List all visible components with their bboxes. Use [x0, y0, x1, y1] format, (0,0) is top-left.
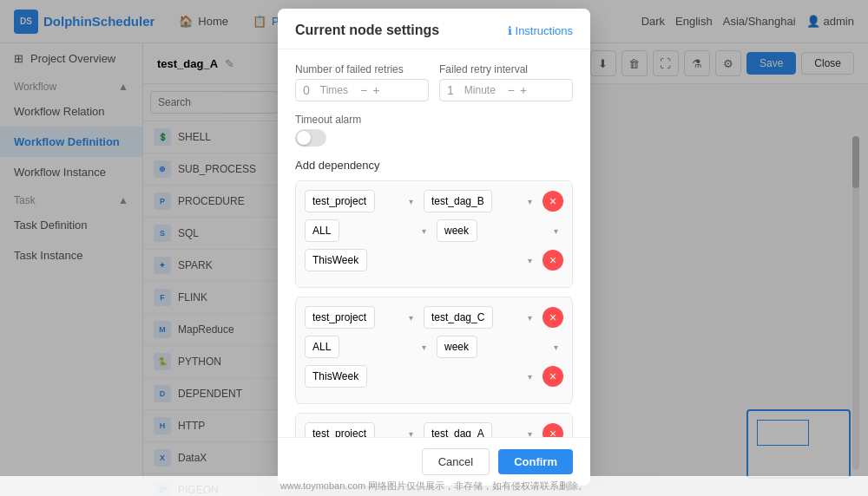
dep-date-select-input-2[interactable]: ThisWeek	[305, 365, 367, 388]
info-icon: ℹ	[508, 24, 512, 37]
failed-retries-label: Number of failed retries	[295, 63, 429, 75]
dep-date-select-2[interactable]: ThisWeek	[305, 365, 537, 388]
dep-row-2-3: ThisWeek ×	[305, 365, 563, 388]
dep-date-select-input-1[interactable]: ThisWeek	[305, 249, 367, 271]
dep-cycle-select-input-1[interactable]: ALL	[305, 219, 339, 242]
dep-date-select-1[interactable]: ThisWeek	[305, 249, 537, 271]
retry-interval-group: Failed retry interval 1 Minute − +	[439, 63, 573, 101]
interval-unit: Minute	[464, 84, 496, 96]
failed-retries-stepper[interactable]: 0 Times − +	[295, 79, 429, 101]
increment-interval-icon[interactable]: +	[520, 83, 527, 97]
dep-delete-date-btn-1[interactable]: ×	[542, 250, 563, 271]
dep-period-select-2[interactable]: week	[437, 336, 563, 358]
retry-interval-stepper[interactable]: 1 Minute − +	[439, 79, 573, 101]
decrement-interval-icon[interactable]: −	[508, 83, 515, 97]
retry-interval-label: Failed retry interval	[439, 63, 573, 75]
retries-value: 0	[303, 83, 310, 97]
timeout-alarm-toggle[interactable]	[295, 129, 326, 147]
timeout-alarm-label: Timeout alarm	[295, 114, 573, 126]
dialog-header: Current node settings ℹ Instructions	[278, 9, 590, 49]
dep-project-select-1[interactable]: test_project	[305, 190, 418, 212]
retries-row: Number of failed retries 0 Times − + Fai…	[295, 63, 573, 101]
dep-project-select-input-2[interactable]: test_project	[305, 306, 375, 329]
cancel-button[interactable]: Cancel	[422, 448, 490, 475]
dep-row-1-2: ALL week	[305, 219, 563, 242]
main-layout: ⊞ Project Overview Workflow ▲ Workflow R…	[0, 43, 868, 496]
dep-row-1-1: test_project test_dag_B ×	[305, 190, 563, 212]
add-dependency-label: Add dependency	[295, 159, 573, 172]
dep-row-2-1: test_project test_dag_C ×	[305, 306, 563, 329]
dep-dag-select-input-2[interactable]: test_dag_C	[424, 306, 493, 329]
watermark: www.toymoban.com 网络图片仅供展示，非存储，如有侵权请联系删除。	[0, 476, 868, 496]
retries-unit: Times	[320, 84, 348, 96]
dep-dag-select-input-1[interactable]: test_dag_B	[424, 190, 492, 212]
dep-delete-btn-2[interactable]: ×	[542, 307, 563, 328]
dep-period-select-input-2[interactable]: week	[437, 336, 477, 358]
dep-group-2: test_project test_dag_C ×	[295, 297, 573, 404]
dep-group-1: test_project test_dag_B ×	[295, 180, 573, 288]
dep-dag-select-2[interactable]: test_dag_C	[424, 306, 537, 329]
increment-icon[interactable]: +	[372, 83, 379, 97]
dep-row-1-3: ThisWeek ×	[305, 249, 563, 271]
decrement-icon[interactable]: −	[360, 83, 367, 97]
dep-period-select-1[interactable]: week	[437, 219, 563, 242]
dialog-overlay: Current node settings ℹ Instructions Num…	[0, 0, 868, 496]
dep-period-select-input-1[interactable]: week	[437, 219, 477, 242]
dialog-title: Current node settings	[295, 23, 439, 38]
dep-dag-select-1[interactable]: test_dag_B	[424, 190, 537, 212]
node-settings-dialog: Current node settings ℹ Instructions Num…	[278, 9, 590, 486]
instructions-link[interactable]: ℹ Instructions	[508, 24, 573, 37]
failed-retries-group: Number of failed retries 0 Times − +	[295, 63, 429, 101]
dep-cycle-select-1[interactable]: ALL	[305, 219, 431, 242]
dep-cycle-select-input-2[interactable]: ALL	[305, 336, 339, 358]
dep-cycle-select-2[interactable]: ALL	[305, 336, 431, 358]
dep-project-select-2[interactable]: test_project	[305, 306, 418, 329]
dep-project-select-input-1[interactable]: test_project	[305, 190, 375, 212]
interval-value: 1	[447, 83, 454, 97]
dialog-body: Number of failed retries 0 Times − + Fai…	[278, 49, 590, 486]
toggle-knob	[297, 131, 311, 145]
confirm-button[interactable]: Confirm	[498, 449, 573, 474]
dep-delete-btn-1[interactable]: ×	[542, 191, 563, 212]
timeout-alarm-group: Timeout alarm	[295, 114, 573, 147]
dep-row-2-2: ALL week	[305, 336, 563, 358]
dep-delete-date-btn-2[interactable]: ×	[542, 366, 563, 387]
